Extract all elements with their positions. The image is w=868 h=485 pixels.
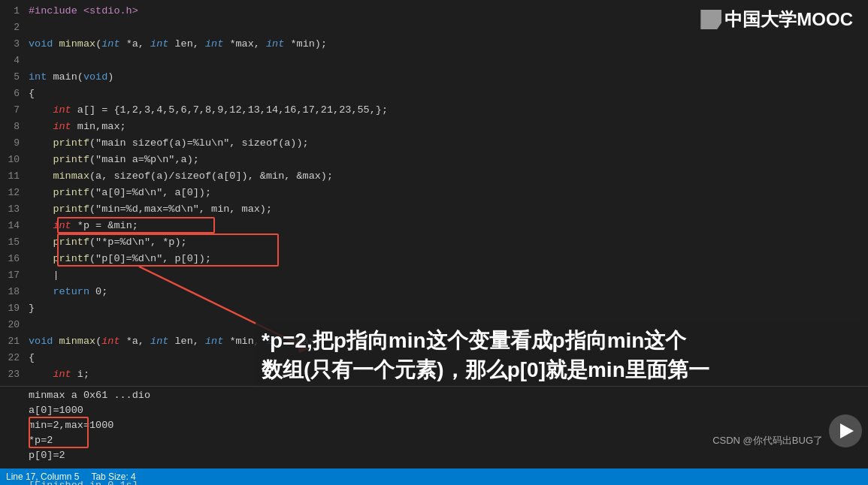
token: minmax <box>53 170 89 182</box>
token: *min); <box>284 38 327 50</box>
main-container: 1#include <stdio.h>23void minmax(int *a,… <box>0 0 868 485</box>
token: return <box>53 286 89 297</box>
line-number: 7 <box>0 102 29 119</box>
code-line: 9 printf("main sizeof(a)=%lu\n", sizeof(… <box>0 135 868 152</box>
token: int <box>205 336 223 347</box>
token: printf <box>53 137 89 149</box>
token: void <box>83 71 107 83</box>
terminal-text: *p=2 <box>29 433 53 448</box>
line-number: 23 <box>0 366 29 383</box>
line-code: printf("*p=%d\n", *p); <box>29 234 187 251</box>
terminal-text: [Finished in 0.1s] <box>29 478 138 485</box>
line-number: 15 <box>0 234 29 251</box>
token: printf <box>53 236 89 248</box>
line-number: 1 <box>0 3 29 20</box>
line-code: printf("a[0]=%d\n", a[0]); <box>29 185 211 201</box>
line-code: | <box>29 267 59 284</box>
line-code: printf("main sizeof(a)=%lu\n", sizeof(a)… <box>29 135 309 152</box>
token: a[] = {1,2,3,4,5,6,7,8,9,12,13,14,16,17,… <box>71 104 388 116</box>
terminal-text: minmax a 0x61 ...dio <box>29 388 150 403</box>
token <box>29 220 53 231</box>
token: printf <box>53 203 89 215</box>
token: 0; <box>89 286 107 297</box>
token <box>29 369 53 380</box>
token <box>29 154 53 165</box>
token <box>29 137 53 149</box>
token: *p = &min; <box>71 220 138 231</box>
line-code: { <box>29 350 35 366</box>
token: *a, <box>120 336 151 347</box>
token <box>29 203 53 215</box>
line-number: 22 <box>0 350 29 366</box>
token: min,max; <box>71 121 126 132</box>
token: len, <box>168 38 205 50</box>
token: main( <box>47 71 83 83</box>
line-code: printf("p[0]=%d\n", p[0]); <box>29 251 211 267</box>
terminal-line: p[0]=2 <box>0 448 868 463</box>
token: int <box>150 38 168 50</box>
code-line: 20 <box>0 317 868 333</box>
token: ("main sizeof(a)=%lu\n", sizeof(a)); <box>89 137 309 149</box>
token: { <box>29 88 35 99</box>
token: { <box>29 352 35 363</box>
token: ("min=%d,max=%d\n", min, max); <box>89 203 272 215</box>
line-number: 13 <box>0 201 29 218</box>
token <box>29 121 53 132</box>
play-icon <box>840 423 854 438</box>
code-line: 23 int i; <box>0 366 868 383</box>
token: printf <box>53 154 89 165</box>
line-code: void minmax(int *a, int len, int *max, i… <box>29 36 327 53</box>
token: minmax <box>59 38 96 50</box>
line-number: 20 <box>0 317 29 333</box>
csdn-watermark: CSDN @你代码出BUG了 <box>712 434 823 447</box>
code-line: 16 printf("p[0]=%d\n", p[0]); <box>0 251 868 267</box>
token: #include <stdio.h> <box>29 5 138 17</box>
line-code: printf("min=%d,max=%d\n", min, max); <box>29 201 272 218</box>
token: printf <box>53 187 89 198</box>
line-number: 10 <box>0 152 29 168</box>
line-code: int a[] = {1,2,3,4,5,6,7,8,9,12,13,14,16… <box>29 102 388 119</box>
line-number: 11 <box>0 168 29 185</box>
token: printf <box>53 253 89 264</box>
code-line: 4 <box>0 53 868 69</box>
line-number: 17 <box>0 267 29 284</box>
code-area: 1#include <stdio.h>23void minmax(int *a,… <box>0 0 868 386</box>
terminal-text: min=2,max=1000 <box>29 418 113 433</box>
mooc-logo: 中国大学MOOC <box>700 8 853 32</box>
code-line: 19} <box>0 300 868 317</box>
token: ("a[0]=%d\n", a[0]); <box>89 187 211 198</box>
token: int <box>101 38 119 50</box>
token: void <box>29 38 59 50</box>
line-code: } <box>29 300 35 317</box>
csdn-text: CSDN @你代码出BUG了 <box>712 435 823 446</box>
code-line: 15 printf("*p=%d\n", *p); <box>0 234 868 251</box>
token: *max, <box>223 38 266 50</box>
line-number: 16 <box>0 251 29 267</box>
code-line: 14 int *p = &min; <box>0 218 868 234</box>
code-line: 3void minmax(int *a, int len, int *max, … <box>0 36 868 53</box>
token: ) <box>107 71 113 83</box>
token: int <box>53 369 71 380</box>
line-number: 21 <box>0 333 29 350</box>
terminal-line <box>0 463 868 478</box>
code-line: 12 printf("a[0]=%d\n", a[0]); <box>0 185 868 201</box>
line-code: printf("main a=%p\n",a); <box>29 152 199 168</box>
line-number: 8 <box>0 119 29 135</box>
terminal-line: min=2,max=1000 <box>0 418 868 433</box>
code-line: 5int main(void) <box>0 69 868 86</box>
line-number: 3 <box>0 36 29 53</box>
line-code: int min,max; <box>29 119 126 135</box>
token: *a, <box>120 38 151 50</box>
line-number: 4 <box>0 53 29 69</box>
token: minmax <box>59 336 96 347</box>
terminal-area: minmax a 0x61 ...dioa[0]=1000min=2,max=1… <box>0 386 868 468</box>
code-line: 22{ <box>0 350 868 366</box>
token <box>29 253 53 264</box>
line-code: minmax(a, sizeof(a)/sizeof(a[0]), &min, … <box>29 168 333 185</box>
line-code: return 0; <box>29 284 107 300</box>
code-line: 13 printf("min=%d,max=%d\n", min, max); <box>0 201 868 218</box>
token: i; <box>71 369 89 380</box>
line-number: 6 <box>0 86 29 102</box>
play-button[interactable] <box>829 414 862 447</box>
line-code: int main(void) <box>29 69 113 86</box>
